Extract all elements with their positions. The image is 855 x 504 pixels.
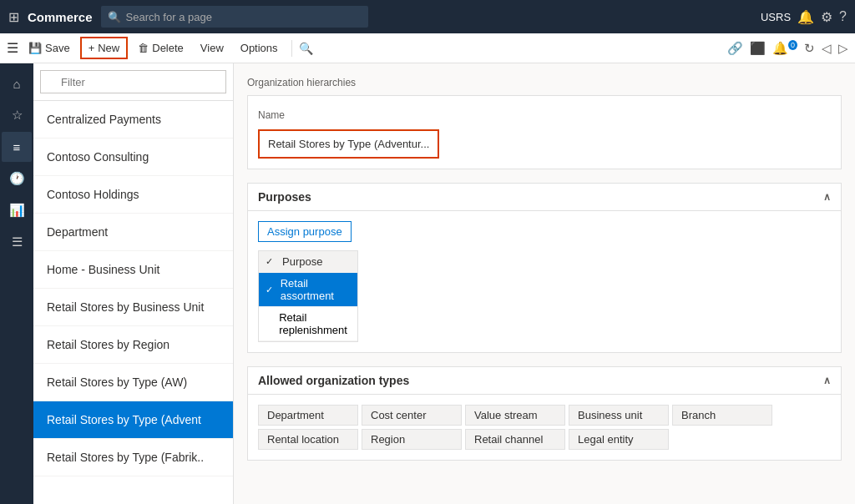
options-button[interactable]: Options bbox=[234, 38, 285, 58]
left-panel: 🔍 Centralized PaymentsContoso Consulting… bbox=[33, 63, 234, 504]
bell-icon[interactable]: 🔔 bbox=[797, 9, 814, 25]
main-area: 🔍 Centralized PaymentsContoso Consulting… bbox=[33, 63, 855, 504]
list-item[interactable]: Retail Stores by Type (Fabrik.. bbox=[33, 439, 233, 476]
org-type-item: Value stream bbox=[465, 405, 565, 426]
list-item[interactable]: Centralized Payments bbox=[33, 101, 233, 139]
filter-box: 🔍 bbox=[33, 63, 233, 101]
save-button[interactable]: 💾 Save bbox=[22, 38, 77, 58]
org-types-grid: DepartmentCost centerValue streamBusines… bbox=[248, 395, 841, 460]
username-label: USRS bbox=[761, 11, 791, 23]
search-icon: 🔍 bbox=[108, 11, 121, 23]
view-button[interactable]: View bbox=[194, 38, 230, 58]
add-icon: + bbox=[89, 42, 95, 54]
filter-input[interactable] bbox=[40, 70, 226, 93]
org-type-item: Region bbox=[362, 429, 462, 450]
allowed-org-section: Allowed organization types ∧ DepartmentC… bbox=[247, 366, 842, 461]
collapse-allowed-icon[interactable]: ∧ bbox=[823, 375, 831, 386]
org-type-item: Business unit bbox=[569, 405, 669, 426]
assign-purpose-button[interactable]: Assign purpose bbox=[258, 221, 352, 242]
new-button[interactable]: + New bbox=[80, 37, 129, 59]
list-item[interactable]: Retail Stores by Region bbox=[33, 326, 233, 364]
org-type-item: Rental location bbox=[258, 429, 358, 450]
list-item[interactable]: Department bbox=[33, 214, 233, 251]
list-item[interactable]: Retail Stores by Type (Advent bbox=[33, 401, 233, 439]
save-icon: 💾 bbox=[28, 42, 42, 54]
filter-wrap: 🔍 bbox=[40, 70, 226, 93]
org-type-item: Retail channel bbox=[465, 429, 565, 450]
nav-clock-icon[interactable]: 🕐 bbox=[2, 164, 32, 194]
delete-icon: 🗑 bbox=[138, 42, 149, 54]
search-bar[interactable]: 🔍 Search for a page bbox=[101, 6, 368, 28]
org-type-item: Legal entity bbox=[569, 429, 669, 450]
forward-nav-icon[interactable]: ▷ bbox=[838, 41, 848, 56]
list-items: Centralized PaymentsContoso ConsultingCo… bbox=[33, 101, 233, 504]
checkmark-icon: ✓ bbox=[266, 285, 276, 295]
nav-chart-icon[interactable]: 📊 bbox=[2, 195, 32, 225]
org-hierarchies-header: Organization hierarchies bbox=[247, 77, 842, 88]
notification-badge-icon[interactable]: 🔔0 bbox=[772, 41, 797, 56]
purposes-label: Purposes bbox=[258, 190, 311, 204]
delete-button[interactable]: 🗑 Delete bbox=[131, 38, 190, 58]
refresh-icon[interactable]: ↻ bbox=[804, 41, 815, 56]
allowed-org-label: Allowed organization types bbox=[258, 374, 409, 387]
purpose-col-header: ✓ Purpose bbox=[259, 251, 357, 273]
name-col-header: Name bbox=[258, 106, 831, 124]
search-placeholder: Search for a page bbox=[126, 11, 212, 23]
help-icon[interactable]: ? bbox=[839, 9, 847, 24]
nav-list-icon[interactable]: ≡ bbox=[2, 132, 32, 162]
purpose-table: ✓ Purpose ✓ Retail assortment Retail rep… bbox=[258, 250, 358, 342]
toolbar-separator bbox=[291, 40, 292, 57]
allowed-org-header: Allowed organization types ∧ bbox=[248, 367, 841, 395]
link-icon[interactable]: 🔗 bbox=[727, 41, 743, 56]
nav-star-icon[interactable]: ☆ bbox=[2, 100, 32, 130]
nav-home-icon[interactable]: ⌂ bbox=[2, 68, 32, 98]
purposes-content: Assign purpose ✓ Purpose ✓ Retail assort… bbox=[248, 211, 841, 352]
office-icon[interactable]: ⬛ bbox=[750, 41, 766, 56]
org-hierarchies-label: Organization hierarchies bbox=[247, 77, 356, 88]
app-name: Commerce bbox=[28, 10, 93, 24]
app-grid-icon[interactable]: ⊞ bbox=[8, 9, 19, 25]
selected-org-row[interactable]: Retail Stores by Type (Adventur... bbox=[258, 129, 439, 159]
purpose-row-retail-assortment[interactable]: ✓ Retail assortment bbox=[259, 273, 357, 307]
purposes-section: Purposes ∧ Assign purpose ✓ Purpose ✓ Re… bbox=[247, 183, 842, 353]
menu-icon[interactable]: ☰ bbox=[7, 40, 18, 56]
org-hierarchies-section: Name Retail Stores by Type (Adventur... bbox=[247, 95, 842, 169]
list-item[interactable]: Contoso Consulting bbox=[33, 139, 233, 176]
list-item[interactable]: Retail Stores by Business Unit bbox=[33, 289, 233, 326]
org-type-item: Cost center bbox=[362, 405, 462, 426]
org-type-item: Branch bbox=[672, 405, 772, 426]
top-right: USRS 🔔 ⚙ ? bbox=[761, 9, 847, 25]
list-item[interactable]: Contoso Holdings bbox=[33, 176, 233, 214]
check-placeholder: ✓ bbox=[266, 256, 277, 267]
list-item[interactable]: Home - Business Unit bbox=[33, 251, 233, 289]
top-bar: ⊞ Commerce 🔍 Search for a page USRS 🔔 ⚙ … bbox=[0, 0, 855, 33]
search-toolbar-icon[interactable]: 🔍 bbox=[299, 42, 313, 55]
purpose-row-retail-replenishment[interactable]: Retail replenishment bbox=[259, 307, 357, 341]
toolbar: ☰ 💾 Save + New 🗑 Delete View Options 🔍 🔗… bbox=[0, 33, 855, 63]
org-type-item: Department bbox=[258, 405, 358, 426]
nav-lines-icon[interactable]: ☰ bbox=[2, 227, 32, 257]
right-panel: Organization hierarchies Name Retail Sto… bbox=[234, 63, 855, 504]
purposes-header: Purposes ∧ bbox=[248, 184, 841, 211]
left-nav: ⌂ ☆ ≡ 🕐 📊 ☰ bbox=[0, 63, 33, 504]
collapse-purposes-icon[interactable]: ∧ bbox=[823, 191, 831, 203]
list-item[interactable]: Retail Stores by Type (AW) bbox=[33, 364, 233, 401]
back-nav-icon[interactable]: ◁ bbox=[822, 41, 832, 56]
gear-icon[interactable]: ⚙ bbox=[821, 9, 832, 25]
